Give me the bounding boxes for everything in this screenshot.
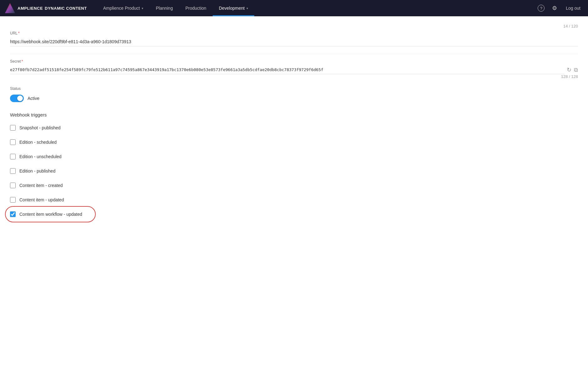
checkbox-edition-scheduled[interactable] <box>10 139 16 145</box>
top-navigation: AMPLIENCE DYNAMIC CONTENT Amplience Prod… <box>0 0 588 16</box>
label-content-item-created: Content item - created <box>19 183 63 188</box>
nav-label-amplience-product: Amplience Product <box>103 6 140 11</box>
settings-button[interactable]: ⚙ <box>551 3 558 13</box>
status-active-label: Active <box>28 96 39 101</box>
copy-icon[interactable]: ⧉ <box>574 67 578 73</box>
nav-right: ? ⚙ Log out <box>536 3 583 13</box>
logout-button[interactable]: Log out <box>563 4 583 12</box>
label-snapshot-published: Snapshot - published <box>19 125 61 130</box>
nav-item-amplience-product[interactable]: Amplience Product ▾ <box>97 0 150 16</box>
refresh-icon[interactable]: ↻ <box>567 66 571 73</box>
secret-required-star: * <box>22 59 23 64</box>
url-counter: 14 / 120 <box>10 24 578 29</box>
label-content-item-workflow-updated: Content item workflow - updated <box>19 212 82 217</box>
nav-item-development[interactable]: Development ▾ <box>213 0 255 16</box>
trigger-edition-scheduled: Edition - scheduled <box>10 139 578 145</box>
toggle-slider <box>10 95 24 102</box>
secret-field-group: Secret* ↻ ⧉ 128 / 128 <box>10 59 578 79</box>
url-label: URL* <box>10 31 578 35</box>
checkbox-content-item-workflow-updated[interactable] <box>10 211 16 217</box>
secret-label: Secret* <box>10 59 578 64</box>
secret-action-icons: ↻ ⧉ <box>567 66 578 73</box>
label-edition-unscheduled: Edition - unscheduled <box>19 154 62 159</box>
secret-input[interactable] <box>10 65 564 74</box>
label-content-item-updated: Content item - updated <box>19 197 64 202</box>
nav-label-planning: Planning <box>156 6 173 11</box>
checkbox-snapshot-published[interactable] <box>10 125 16 131</box>
url-divider <box>10 54 578 54</box>
toggle-row: Active <box>10 95 578 102</box>
checkbox-content-item-created[interactable] <box>10 183 16 188</box>
nav-label-production: Production <box>185 6 206 11</box>
webhooks-section-title: Webhook triggers <box>10 112 578 117</box>
checkbox-edition-unscheduled[interactable] <box>10 154 16 159</box>
checkbox-content-item-updated[interactable] <box>10 197 16 203</box>
url-field-group: URL* <box>10 31 578 46</box>
logo: AMPLIENCE DYNAMIC CONTENT <box>5 3 87 13</box>
trigger-content-item-created: Content item - created <box>10 183 578 188</box>
trigger-edition-published: Edition - published <box>10 168 578 174</box>
chevron-down-icon: ▾ <box>142 7 143 10</box>
chevron-down-icon-dev: ▾ <box>246 7 248 10</box>
nav-items: Amplience Product ▾ Planning Production … <box>97 0 537 16</box>
nav-label-development: Development <box>219 6 245 11</box>
url-input[interactable] <box>10 37 578 46</box>
main-content: 14 / 120 URL* Secret* ↻ ⧉ 128 / 128 Stat… <box>0 16 588 233</box>
trigger-edition-unscheduled: Edition - unscheduled <box>10 154 578 159</box>
trigger-snapshot-published: Snapshot - published <box>10 125 578 131</box>
webhooks-section: Webhook triggers Snapshot - published Ed… <box>10 112 578 217</box>
status-section: Status Active <box>10 86 578 102</box>
gear-icon: ⚙ <box>552 5 557 12</box>
secret-counter: 128 / 128 <box>10 74 578 79</box>
label-edition-published: Edition - published <box>19 168 55 174</box>
status-toggle[interactable] <box>10 95 24 102</box>
secret-row: ↻ ⧉ <box>10 65 578 74</box>
nav-item-planning[interactable]: Planning <box>150 0 179 16</box>
logo-dc-text: DYNAMIC CONTENT <box>45 6 87 11</box>
help-icon: ? <box>538 5 545 12</box>
status-label: Status <box>10 86 578 91</box>
logo-icon <box>5 3 15 13</box>
label-edition-scheduled: Edition - scheduled <box>19 140 57 145</box>
trigger-content-item-updated: Content item - updated <box>10 197 578 203</box>
nav-item-production[interactable]: Production <box>179 0 213 16</box>
checkbox-edition-published[interactable] <box>10 168 16 174</box>
url-required-star: * <box>18 31 20 35</box>
help-button[interactable]: ? <box>536 3 546 13</box>
logo-text: AMPLIENCE <box>18 6 43 11</box>
trigger-content-item-workflow-updated: Content item workflow - updated <box>10 211 578 217</box>
